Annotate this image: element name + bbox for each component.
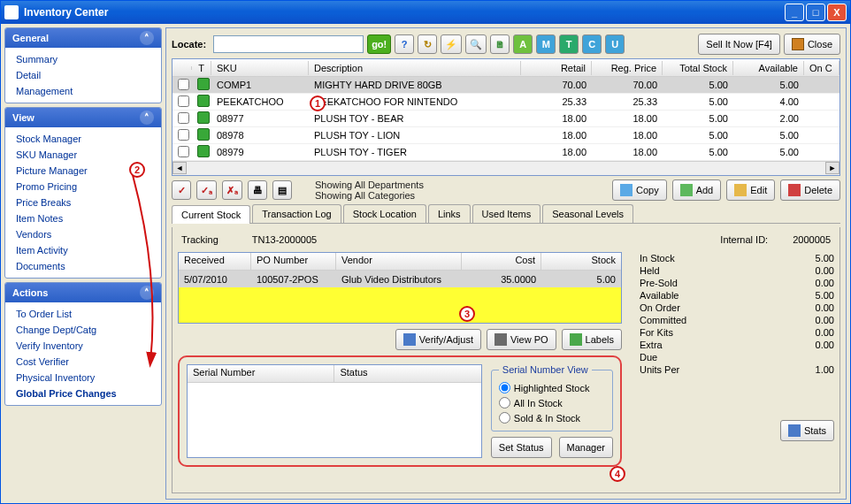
sidebar-item-stock-manager[interactable]: Stock Manager: [12, 131, 154, 147]
sidebar-item-promo-pricing[interactable]: Promo Pricing: [12, 179, 154, 195]
manager-button[interactable]: Manager: [559, 437, 613, 458]
sidebar-item-physical-inventory[interactable]: Physical Inventory: [12, 370, 154, 386]
col-totalstock[interactable]: Total Stock: [663, 61, 733, 75]
view-po-button[interactable]: View PO: [487, 329, 556, 350]
sidebar-item-to-order-list[interactable]: To Order List: [12, 306, 154, 322]
close-window-button[interactable]: X: [827, 4, 847, 21]
table-row[interactable]: 08979PLUSH TOY - TIGER18.0018.005.005.00: [172, 144, 840, 161]
tab-current-stock[interactable]: Current Stock: [172, 205, 250, 224]
tab-seasonal-levels[interactable]: Seasonal Levels: [542, 204, 633, 223]
panel-actions-head[interactable]: Actions ˄: [5, 283, 161, 302]
tab-transaction-log[interactable]: Transaction Log: [252, 204, 341, 223]
sidebar-item-detail[interactable]: Detail: [12, 67, 154, 83]
table-row[interactable]: PEEKATCHOOPEEKATCHOO FOR NINTENDO25.3325…: [172, 94, 840, 111]
minimize-button[interactable]: _: [785, 4, 804, 21]
filter-a-button[interactable]: A: [513, 34, 533, 54]
delete-button[interactable]: Delete: [780, 179, 840, 201]
col-po-number[interactable]: PO Number: [251, 253, 336, 270]
cell-cost: 35.0000: [462, 272, 541, 286]
filter-t-button[interactable]: T: [559, 34, 579, 54]
sidebar-item-picture-manager[interactable]: Picture Manager: [12, 163, 154, 179]
tab-used-items[interactable]: Used Items: [472, 204, 541, 223]
panel-general-head[interactable]: General ˄: [5, 28, 161, 48]
tab-links[interactable]: Links: [428, 204, 471, 223]
row-checkbox[interactable]: [178, 146, 189, 157]
scroll-left-icon[interactable]: ◄: [172, 162, 187, 174]
col-regprice[interactable]: Reg. Price: [592, 61, 663, 75]
sidebar-item-change-dept-catg[interactable]: Change Dept/Catg: [12, 322, 154, 338]
radio-all-in-stock[interactable]: All In Stock: [499, 395, 605, 410]
radio-sold-in-stock[interactable]: Sold & In Stock: [499, 410, 605, 425]
col-available[interactable]: Available: [733, 61, 804, 75]
stats-button[interactable]: Stats: [780, 420, 834, 441]
help-icon[interactable]: ?: [395, 34, 414, 54]
sidebar-item-management[interactable]: Management: [12, 83, 154, 99]
table-row[interactable]: 08977PLUSH TOY - BEAR18.0018.005.002.00: [172, 111, 840, 127]
sidebar-item-documents[interactable]: Documents: [12, 258, 154, 274]
sidebar-item-price-breaks[interactable]: Price Breaks: [12, 195, 154, 210]
check-red-icon[interactable]: ✓: [172, 180, 191, 200]
sidebar-item-sku-manager[interactable]: SKU Manager: [12, 147, 154, 163]
sidebar-item-summary[interactable]: Summary: [12, 51, 154, 67]
stats-row: Available5.00: [640, 289, 834, 302]
refresh-icon[interactable]: ↻: [418, 34, 437, 54]
table-row[interactable]: 08978PLUSH TOY - LION18.0018.005.005.00: [172, 127, 840, 144]
filter-m-button[interactable]: M: [536, 34, 556, 54]
sidebar-item-item-notes[interactable]: Item Notes: [12, 210, 154, 226]
close-button[interactable]: Close: [784, 34, 840, 55]
maximize-button[interactable]: □: [806, 4, 825, 21]
stats-value: 0.00: [816, 340, 834, 350]
col-received[interactable]: Received: [179, 253, 251, 270]
scroll-right-icon[interactable]: ►: [825, 162, 840, 174]
row-checkbox[interactable]: [178, 112, 189, 124]
panel-view-head[interactable]: View ˄: [5, 108, 161, 127]
check-all-icon[interactable]: ✓ₐ: [196, 180, 217, 200]
col-retail[interactable]: Retail: [521, 61, 592, 75]
receipt-row[interactable]: 5/07/2010 100507-2POS Glub Video Distrib…: [179, 271, 621, 287]
uncheck-all-icon[interactable]: ✗ₐ: [222, 180, 242, 200]
col-checkbox[interactable]: [172, 66, 192, 70]
panel-view: View ˄ Stock Manager SKU Manager Picture…: [4, 107, 162, 279]
filter-u-button[interactable]: U: [605, 34, 625, 54]
tab-stock-location[interactable]: Stock Location: [343, 204, 426, 223]
col-vendor[interactable]: Vendor: [336, 253, 462, 270]
col-status[interactable]: Status: [334, 365, 480, 382]
sidebar-item-global-price-changes[interactable]: Global Price Changes: [12, 386, 154, 401]
verify-adjust-button[interactable]: Verify/Adjust: [395, 329, 481, 350]
col-sku[interactable]: SKU: [211, 61, 309, 75]
export-icon[interactable]: ▤: [272, 180, 292, 200]
cell-description: PLUSH TOY - LION: [309, 128, 521, 142]
sidebar-item-cost-verifier[interactable]: Cost Verifier: [12, 354, 154, 370]
cell-vendor: Glub Video Distributors: [336, 272, 462, 286]
sell-it-now-button[interactable]: Sell It Now [F4]: [698, 34, 780, 55]
showing-categories: Showing All Categories: [315, 190, 424, 201]
sidebar-item-verify-inventory[interactable]: Verify Inventory: [12, 338, 154, 354]
binoculars-icon[interactable]: 🔍: [465, 34, 487, 54]
filter-c-button[interactable]: C: [582, 34, 602, 54]
locate-input[interactable]: [213, 35, 364, 53]
labels-button[interactable]: Labels: [562, 329, 622, 350]
cell-totalstock: 5.00: [663, 95, 733, 109]
sidebar-item-vendors[interactable]: Vendors: [12, 226, 154, 242]
print-icon[interactable]: 🖶: [248, 180, 267, 200]
lightning-icon[interactable]: ⚡: [441, 34, 462, 54]
table-row[interactable]: COMP1MIGHTY HARD DRIVE 80GB70.0070.005.0…: [172, 77, 840, 94]
col-serial-number[interactable]: Serial Number: [188, 365, 334, 382]
col-stock[interactable]: Stock: [541, 253, 621, 270]
grid-hscroll[interactable]: ◄ ►: [172, 161, 840, 175]
col-onc[interactable]: On C: [804, 61, 840, 75]
radio-highlighted-stock[interactable]: Highlighted Stock: [499, 380, 605, 395]
col-description[interactable]: Description: [309, 61, 521, 75]
col-t[interactable]: T: [192, 61, 211, 75]
row-checkbox[interactable]: [178, 129, 189, 141]
add-button[interactable]: Add: [672, 179, 722, 201]
row-checkbox[interactable]: [178, 79, 189, 90]
edit-button[interactable]: Edit: [726, 179, 775, 201]
document-icon[interactable]: 🗎: [490, 34, 510, 54]
sidebar-item-item-activity[interactable]: Item Activity: [12, 242, 154, 258]
go-button[interactable]: go!: [367, 34, 391, 54]
col-cost[interactable]: Cost: [462, 253, 541, 270]
set-status-button[interactable]: Set Status: [491, 437, 552, 458]
copy-button[interactable]: Copy: [612, 179, 667, 201]
row-checkbox[interactable]: [178, 95, 189, 107]
